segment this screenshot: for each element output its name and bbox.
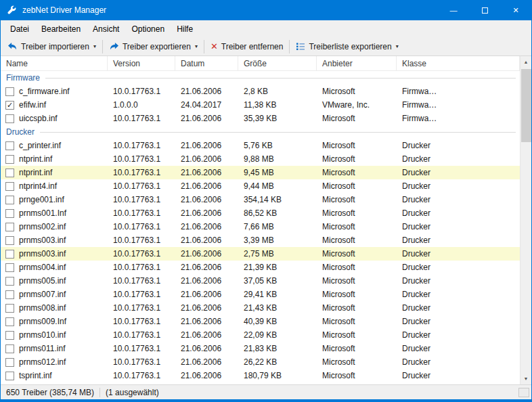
driver-row[interactable]: prnms003.inf10.0.17763.121.06.20063,39 M… bbox=[1, 233, 520, 247]
row-checkbox[interactable] bbox=[5, 169, 14, 177]
driver-row[interactable]: ntprint4.inf10.0.17763.121.06.20069,44 M… bbox=[1, 179, 520, 193]
export-dropdown-icon[interactable]: ▾ bbox=[195, 43, 198, 49]
driver-row[interactable]: prnms008.inf10.0.17763.121.06.200621,43 … bbox=[1, 301, 520, 315]
cell-anbieter: Microsoft bbox=[317, 371, 397, 380]
driver-row[interactable]: prnms012.inf10.0.17763.121.06.200626,22 … bbox=[1, 355, 520, 369]
driver-row[interactable]: tsprint.inf10.0.17763.121.06.2006180,79 … bbox=[1, 369, 520, 382]
driver-row[interactable]: ntprint.inf10.0.17763.121.06.20069,45 MB… bbox=[1, 166, 520, 179]
cell-version: 10.0.17763.1 bbox=[108, 290, 175, 299]
row-checkbox[interactable] bbox=[5, 209, 14, 218]
driver-row[interactable]: prnms007.inf10.0.17763.121.06.200629,41 … bbox=[1, 288, 520, 301]
group-header-drucker[interactable]: Drucker bbox=[1, 125, 520, 139]
row-checkbox[interactable] bbox=[5, 317, 14, 326]
minimize-button[interactable]: — bbox=[438, 0, 469, 20]
driver-row[interactable]: ntprint.inf10.0.17763.121.06.20069,88 MB… bbox=[1, 152, 520, 166]
window-title: zebNet Driver Manager bbox=[22, 5, 106, 15]
cell-version: 10.0.17763.1 bbox=[108, 195, 175, 204]
cell-groesse: 3,39 MB bbox=[238, 236, 317, 245]
menu-optionen[interactable]: Optionen bbox=[125, 20, 171, 37]
column-header-name[interactable]: Name bbox=[1, 56, 108, 70]
cell-version: 10.0.17763.1 bbox=[108, 357, 175, 367]
row-checkbox[interactable] bbox=[5, 155, 14, 164]
scroll-up-icon[interactable]: ▲ bbox=[520, 56, 532, 68]
cell-name: prnms011.inf bbox=[1, 344, 108, 353]
row-checkbox[interactable] bbox=[5, 331, 14, 340]
export-drivers-button[interactable]: Treiber exportieren ▾ bbox=[105, 39, 202, 55]
import-dropdown-icon[interactable]: ▾ bbox=[93, 43, 96, 49]
scrollbar-thumb[interactable] bbox=[521, 69, 531, 142]
cell-datum: 21.06.2006 bbox=[175, 263, 238, 272]
cell-version: 10.0.17763.1 bbox=[108, 303, 175, 313]
cell-klasse: Drucker bbox=[397, 195, 520, 204]
driver-row[interactable]: prnms004.inf10.0.17763.121.06.200621,39 … bbox=[1, 261, 520, 274]
cell-klasse: Drucker bbox=[397, 290, 520, 299]
row-checkbox[interactable] bbox=[5, 182, 14, 191]
row-checkbox[interactable] bbox=[5, 250, 14, 259]
driver-row[interactable]: prnge001.inf10.0.17763.121.06.2006354,14… bbox=[1, 193, 520, 206]
scroll-down-icon[interactable]: ▼ bbox=[520, 373, 532, 384]
row-checkbox[interactable] bbox=[5, 236, 14, 245]
column-header-anbieter[interactable]: Anbieter bbox=[317, 56, 397, 70]
driver-row[interactable]: prnms002.inf10.0.17763.121.06.20067,66 M… bbox=[1, 220, 520, 233]
row-checkbox[interactable] bbox=[5, 114, 14, 123]
column-header-datum[interactable]: Datum bbox=[175, 56, 238, 70]
import-drivers-button[interactable]: Treiber importieren ▾ bbox=[3, 39, 100, 55]
menu-bearbeiten[interactable]: Bearbeiten bbox=[35, 20, 87, 37]
resize-grip[interactable] bbox=[518, 388, 529, 397]
row-checkbox[interactable] bbox=[5, 223, 14, 231]
vertical-scrollbar[interactable]: ▲ ▼ bbox=[520, 56, 531, 384]
menu-ansicht[interactable]: Ansicht bbox=[87, 20, 125, 37]
close-button[interactable]: ✕ bbox=[500, 0, 531, 20]
row-checkbox[interactable] bbox=[5, 141, 14, 150]
driver-name: prnms009.Inf bbox=[19, 317, 66, 326]
cell-datum: 21.06.2006 bbox=[175, 141, 238, 150]
export-drivers-label: Treiber exportieren bbox=[123, 42, 191, 51]
maximize-button[interactable] bbox=[469, 0, 500, 20]
driver-row[interactable]: c_printer.inf10.0.17763.121.06.20065,76 … bbox=[1, 139, 520, 152]
driver-name: prnms004.inf bbox=[19, 263, 66, 272]
export-driver-list-button[interactable]: Treiberliste exportieren ▾ bbox=[292, 39, 402, 55]
export-list-dropdown-icon[interactable]: ▾ bbox=[396, 43, 399, 49]
cell-datum: 21.06.2006 bbox=[175, 168, 238, 177]
column-header-groesse[interactable]: Größe bbox=[238, 56, 317, 70]
cell-name: c_firmware.inf bbox=[1, 87, 108, 96]
main-area: Name Version Datum Größe Anbieter Klasse… bbox=[1, 56, 531, 384]
row-checkbox[interactable] bbox=[5, 290, 14, 299]
row-checkbox[interactable] bbox=[5, 304, 14, 313]
cell-groesse: 11,38 KB bbox=[238, 100, 317, 110]
column-header-version[interactable]: Version bbox=[108, 56, 175, 70]
cell-datum: 21.06.2006 bbox=[175, 87, 238, 96]
toolbar: Treiber importieren ▾ Treiber exportiere… bbox=[1, 37, 531, 56]
row-checkbox[interactable]: ✓ bbox=[5, 101, 14, 110]
driver-row[interactable]: uiccspb.inf10.0.17763.121.06.200635,39 K… bbox=[1, 112, 520, 125]
cell-version: 10.0.17763.1 bbox=[108, 330, 175, 340]
driver-row[interactable]: prnms003.inf10.0.17763.121.06.20062,75 M… bbox=[1, 247, 520, 261]
row-checkbox[interactable] bbox=[5, 263, 14, 272]
row-checkbox[interactable] bbox=[5, 87, 14, 96]
driver-row[interactable]: prnms001.Inf10.0.17763.121.06.200686,52 … bbox=[1, 206, 520, 220]
minimize-icon: — bbox=[450, 6, 458, 14]
close-icon: ✕ bbox=[512, 6, 518, 15]
driver-row[interactable]: prnms011.inf10.0.17763.121.06.200621,83 … bbox=[1, 342, 520, 355]
cell-name: prnms008.inf bbox=[1, 303, 108, 313]
row-checkbox[interactable] bbox=[5, 344, 14, 353]
driver-row[interactable]: prnms010.inf10.0.17763.121.06.200622,09 … bbox=[1, 328, 520, 342]
menu-datei[interactable]: Datei bbox=[4, 20, 35, 37]
driver-row[interactable]: prnms005.inf10.0.17763.121.06.200637,05 … bbox=[1, 274, 520, 288]
driver-row[interactable]: prnms009.Inf10.0.17763.121.06.200640,39 … bbox=[1, 315, 520, 328]
menu-hilfe[interactable]: Hilfe bbox=[171, 20, 199, 37]
cell-groesse: 180,79 KB bbox=[238, 371, 317, 380]
row-checkbox[interactable] bbox=[5, 372, 14, 380]
column-header-klasse[interactable]: Klasse bbox=[397, 56, 520, 70]
driver-row[interactable]: c_firmware.inf10.0.17763.121.06.20062,8 … bbox=[1, 85, 520, 98]
cell-anbieter: Microsoft bbox=[317, 317, 397, 326]
row-checkbox[interactable] bbox=[5, 358, 14, 367]
group-header-firmware[interactable]: Firmware bbox=[1, 71, 520, 85]
remove-drivers-button[interactable]: ✕ Treiber entfernen bbox=[206, 39, 288, 55]
cell-version: 10.0.17763.1 bbox=[108, 317, 175, 326]
title-bar[interactable]: zebNet Driver Manager — ✕ bbox=[1, 0, 531, 20]
driver-row[interactable]: ✓efifw.inf1.0.0.024.04.201711,38 KBVMwar… bbox=[1, 98, 520, 112]
row-checkbox[interactable] bbox=[5, 196, 14, 204]
driver-name: prnms008.inf bbox=[19, 303, 66, 313]
row-checkbox[interactable] bbox=[5, 277, 14, 286]
